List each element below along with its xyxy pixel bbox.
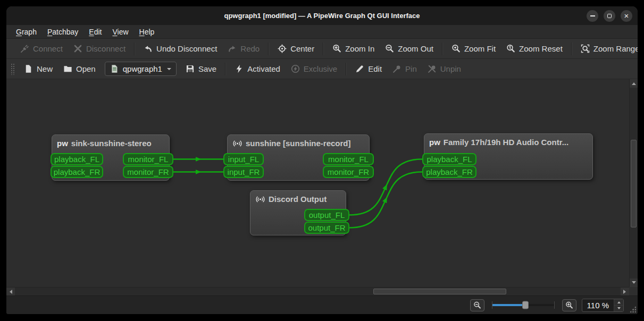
toolbar-separator [323,43,324,55]
maximize-button[interactable] [604,10,615,22]
zoom-spinbox[interactable]: 110 % [582,299,624,312]
resize-grip[interactable] [629,306,636,312]
maximize-icon [607,14,612,18]
close-button[interactable]: × [621,10,632,22]
exclusive-button[interactable]: Exclusive [286,61,342,77]
redo-button[interactable]: Redo [223,41,264,56]
disconnect-button[interactable]: Disconnect [69,41,130,56]
zoom-in-button[interactable]: Zoom In [328,41,379,56]
port-sunshine-monitor-fl[interactable]: monitor_FL [323,153,374,165]
zoom-out-icon [385,44,394,53]
zoom-out-button[interactable] [470,299,484,311]
center-button[interactable]: Center [273,41,319,56]
node-title: sunshine [sunshine-record] [228,135,369,151]
port-sink-sunshine-stereo-playback-fl[interactable]: playback_FL [51,153,103,165]
new-label: New [37,64,53,73]
redo-label: Redo [240,44,260,53]
toolbar-separator [268,43,269,55]
unpin-button[interactable]: Unpin [423,61,466,77]
new-icon [24,64,33,73]
spin-down-button[interactable] [614,305,623,311]
port-sink-sunshine-stereo-monitor-fr[interactable]: monitor_FR [123,166,173,178]
spin-up-button[interactable] [614,299,623,305]
vertical-scrollbar[interactable] [629,79,638,287]
window-title: qpwgraph1 [modified] — A PipeWire Graph … [224,12,420,20]
port-family-hd-audio-playback-fl[interactable]: playback_FL [422,153,476,165]
pin-button[interactable]: Pin [388,61,422,77]
arrow-left-icon [7,290,12,294]
menu-help[interactable]: Help [134,26,160,38]
scroll-right-button[interactable] [621,288,629,295]
horizontal-scroll-thumb[interactable] [373,289,506,294]
activated-button[interactable]: Activated [230,61,285,77]
toolbar-separator [134,43,135,55]
menu-bar: GraphPatchbayEditViewHelp [6,25,638,39]
scroll-left-button[interactable] [6,288,15,295]
port-family-hd-audio-playback-fr[interactable]: playback_FR [422,166,476,178]
toolbar-separator [346,63,347,75]
open-button[interactable]: Open [58,61,101,77]
zoom-slider-handle[interactable] [522,301,529,309]
spin-up-icon [617,300,621,303]
horizontal-scrollbar[interactable] [6,287,629,295]
desktop: qpwgraph1 [modified] — A PipeWire Graph … [0,0,644,321]
node-title: Discord Output [250,191,346,207]
graph-canvas[interactable]: pwsink-sunshine-stereoplayback_FLplaybac… [6,79,638,295]
patchbay-combo[interactable]: qpwgraph1 [105,62,177,76]
zoom-in-label: Zoom In [345,44,374,53]
patchbay-combo-value: qpwgraph1 [123,64,162,73]
port-sunshine-monitor-fr[interactable]: monitor_FR [323,166,374,178]
node-title: pwsink-sunshine-stereo [52,135,169,151]
port-sunshine-input-fl[interactable]: input_FL [223,153,264,165]
menu-graph[interactable]: Graph [11,26,42,38]
disconnect-icon [73,44,82,53]
minimize-button[interactable] [587,10,598,22]
zoom-range-button[interactable]: Zoom Range [576,41,638,56]
redo-icon [228,44,237,53]
port-sink-sunshine-stereo-monitor-fl[interactable]: monitor_FL [123,153,173,165]
qpwgraph-window: qpwgraph1 [modified] — A PipeWire Graph … [6,6,638,314]
scroll-down-button[interactable] [630,278,638,287]
pin-icon [392,64,402,73]
zoom-value: 110 % [582,301,614,310]
connect-label: Connect [33,44,63,53]
zoom-range-icon [581,44,590,53]
port-sunshine-input-fr[interactable]: input_FR [223,166,264,178]
zoom-reset-label: Zoom Reset [519,44,563,53]
port-discord-output-output-fr[interactable]: output_FR [304,222,349,234]
zoom-fit-label: Zoom Fit [464,44,496,53]
undo-disconnect-button[interactable]: Undo Disconnect [139,41,222,56]
zoom-in-button[interactable] [562,299,576,311]
exclusive-label: Exclusive [304,64,337,73]
window-controls: × [587,10,632,22]
vertical-scroll-thumb[interactable] [631,140,637,227]
new-button[interactable]: New [19,61,57,77]
zoom-out-button[interactable]: Zoom Out [380,41,438,56]
pin-label: Pin [405,64,417,73]
zoom-fit-button[interactable]: Zoom Fit [447,41,500,56]
toolbar-handle[interactable] [11,63,14,75]
zoom-reset-button[interactable]: Zoom Reset [501,41,567,56]
scroll-up-button[interactable] [630,79,638,88]
port-discord-output-output-fl[interactable]: output_FL [304,209,349,221]
port-sink-sunshine-stereo-playback-fr[interactable]: playback_FR [51,166,103,178]
menu-edit[interactable]: Edit [83,26,107,38]
spinner-buttons [614,299,623,311]
status-bar: 110 % [6,295,638,314]
activated-icon [235,64,244,73]
menu-patchbay[interactable]: Patchbay [42,26,83,38]
toolbar-separator [442,43,443,55]
menu-view[interactable]: View [107,26,133,38]
title-bar[interactable]: qpwgraph1 [modified] — A PipeWire Graph … [6,6,638,25]
zoom-in-icon [565,301,573,309]
unpin-label: Unpin [440,64,461,73]
connect-button[interactable]: Connect [15,41,68,56]
stream-icon [255,195,265,204]
activated-label: Activated [247,64,280,73]
toolbar-graph: ConnectDisconnectUndo DisconnectRedoCent… [6,39,638,59]
zoom-slider[interactable] [492,304,555,306]
unpin-icon [428,64,437,73]
close-icon: × [624,12,629,20]
edit-button[interactable]: Edit [350,61,387,77]
save-button[interactable]: Save [181,61,221,77]
